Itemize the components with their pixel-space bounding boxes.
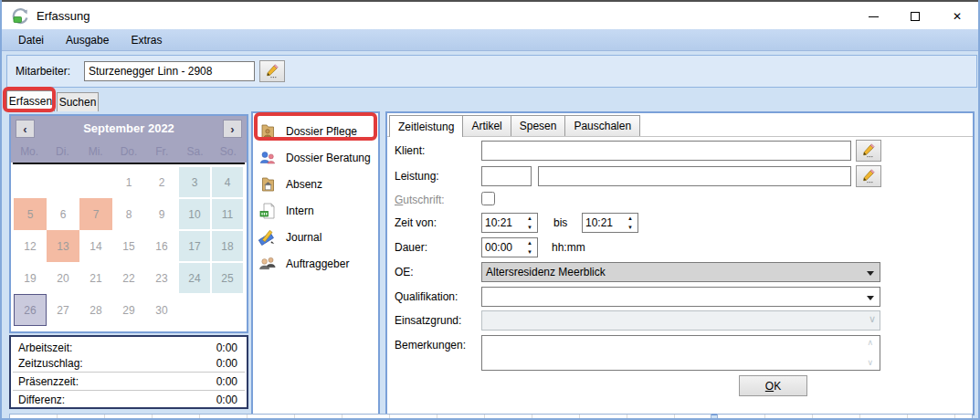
minimize-button[interactable]: [852, 2, 894, 31]
calendar-day[interactable]: 20: [47, 262, 79, 294]
dauer-down-button[interactable]: ▼: [522, 247, 537, 257]
summary-separator: [13, 390, 245, 391]
spinner-up-icon: ▲: [627, 215, 633, 221]
menu-item-ausgabe[interactable]: Ausgabe: [57, 31, 118, 49]
spinner-down-icon: ▼: [527, 249, 532, 255]
scroll-down-icon[interactable]: ∨: [867, 358, 873, 367]
chevron-down-icon: ∨: [869, 313, 876, 325]
calendar-day[interactable]: 4: [211, 166, 244, 198]
calendar-day[interactable]: 17: [178, 230, 211, 262]
calendar-day[interactable]: 3: [178, 166, 211, 198]
calendar-day[interactable]: 8: [112, 198, 145, 230]
summary-label: Zeitzuschlag:: [18, 357, 83, 370]
scroll-up-icon[interactable]: ∧: [867, 338, 873, 347]
summary-value: 0:00: [216, 357, 237, 370]
spinner-up-icon: ▲: [527, 215, 532, 221]
calendar-day[interactable]: 11: [211, 198, 244, 230]
summary-row-differenz: Differenz: 0:00: [11, 392, 247, 407]
leistung-code-input[interactable]: [481, 166, 532, 186]
tab-zeitleistung[interactable]: Zeitleistung: [389, 115, 463, 137]
category-item-intern[interactable]: Intern: [253, 197, 378, 224]
zeit-bis-spinner: ▲ ▼: [582, 213, 638, 233]
day-header: Sa.: [178, 142, 211, 161]
mitarbeiter-input[interactable]: [84, 61, 255, 81]
category-label: Journal: [286, 231, 321, 244]
category-item-auftraggeber[interactable]: Auftraggeber: [253, 250, 378, 277]
calendar-day[interactable]: 12: [14, 230, 47, 262]
journal-icon: [258, 228, 277, 247]
calendar-day-selected[interactable]: 26: [14, 294, 47, 326]
oe-value: Altersresidenz Meerblick: [486, 266, 606, 278]
calendar-day[interactable]: 9: [145, 198, 178, 230]
tab-artikel[interactable]: Artikel: [462, 115, 511, 136]
ok-button[interactable]: OK: [739, 375, 807, 396]
category-label: Intern: [286, 205, 314, 217]
category-label: Absenz: [286, 178, 322, 191]
category-panel: Dossier Pflege Dossier Beratung: [251, 111, 380, 415]
category-label: Auftraggeber: [286, 257, 349, 270]
qualifikation-combo[interactable]: [481, 287, 880, 307]
zeit-von-spinner: ▲ ▼: [481, 213, 538, 233]
zeit-von-up-button[interactable]: ▲: [522, 214, 537, 223]
calendar-day[interactable]: 21: [79, 262, 112, 294]
category-item-dossier-beratung[interactable]: Dossier Beratung: [253, 144, 378, 171]
zeit-von-input[interactable]: [482, 214, 522, 232]
zeit-von-down-button[interactable]: ▼: [522, 223, 537, 232]
calendar-day[interactable]: 23: [145, 262, 178, 294]
category-item-dossier-pflege[interactable]: Dossier Pflege: [253, 118, 378, 144]
calendar-day[interactable]: 2: [145, 166, 178, 198]
calendar-day[interactable]: 27: [47, 294, 79, 326]
calendar-day[interactable]: 18: [211, 230, 244, 262]
calendar-day[interactable]: 19: [14, 262, 47, 294]
dauer-up-button[interactable]: ▲: [522, 238, 537, 247]
leistung-edit-button[interactable]: [856, 165, 881, 187]
oe-combo[interactable]: Altersresidenz Meerblick: [481, 262, 880, 282]
ok-button-label: OK: [765, 380, 781, 393]
calendar-day[interactable]: 13: [47, 230, 79, 262]
dauer-input[interactable]: [482, 238, 522, 257]
calendar-day[interactable]: 7: [79, 198, 112, 230]
tab-erfassen[interactable]: Erfassen: [6, 90, 55, 111]
category-item-absenz[interactable]: Absenz: [253, 171, 378, 197]
auftraggeber-icon: [258, 255, 277, 273]
qualifikation-label: Qualifikation:: [395, 290, 458, 303]
window-controls: ✕: [852, 2, 978, 31]
calendar-day[interactable]: 29: [112, 294, 145, 326]
zeit-bis-up-button[interactable]: ▲: [623, 214, 638, 223]
gutschrift-checkbox[interactable]: [481, 192, 495, 205]
day-header: Di.: [46, 142, 79, 161]
calendar-day[interactable]: 14: [79, 230, 112, 262]
category-item-journal[interactable]: Journal: [253, 224, 378, 250]
close-button[interactable]: ✕: [936, 2, 978, 31]
calendar-next-button[interactable]: ›: [223, 120, 242, 138]
menu-item-extras[interactable]: Extras: [121, 31, 171, 49]
tab-spesen[interactable]: Spesen: [511, 115, 566, 136]
calendar-day[interactable]: 28: [79, 294, 112, 326]
leistung-text-input[interactable]: [538, 166, 851, 186]
calendar-day[interactable]: 15: [112, 230, 145, 262]
tab-pauschalen[interactable]: Pauschalen: [564, 115, 640, 136]
calendar-day[interactable]: 24: [178, 262, 211, 294]
mitarbeiter-edit-button[interactable]: [259, 60, 285, 82]
klient-input[interactable]: [481, 141, 851, 161]
summary-value: 0:00: [216, 375, 237, 388]
calendar-day[interactable]: 16: [145, 230, 178, 262]
calendar-day[interactable]: 30: [145, 294, 178, 326]
calendar-day[interactable]: 1: [112, 166, 145, 198]
calendar-header: ‹ September 2022 › Mo. Di. Mi. Do. Fr. S…: [11, 116, 247, 163]
dossier-pflege-icon: [258, 122, 277, 141]
calendar-day[interactable]: 25: [211, 262, 244, 294]
maximize-button[interactable]: [894, 2, 936, 31]
calendar-day[interactable]: 10: [178, 198, 211, 230]
calendar-day[interactable]: 6: [47, 198, 79, 230]
zeit-bis-input[interactable]: [583, 214, 623, 232]
menu-item-datei[interactable]: Datei: [9, 31, 53, 49]
calendar-grid: 1 2 3 4 5 6 7 8 9 10 11 12 13 14 15 16 1…: [14, 166, 244, 326]
day-header: Mo.: [13, 142, 46, 161]
calendar-day[interactable]: 22: [112, 262, 145, 294]
klient-edit-button[interactable]: [856, 140, 881, 162]
tab-suchen[interactable]: Suchen: [57, 92, 99, 111]
bemerkungen-textarea[interactable]: [481, 335, 880, 371]
zeit-bis-down-button[interactable]: ▼: [623, 223, 638, 232]
calendar-day[interactable]: 5: [14, 198, 47, 230]
